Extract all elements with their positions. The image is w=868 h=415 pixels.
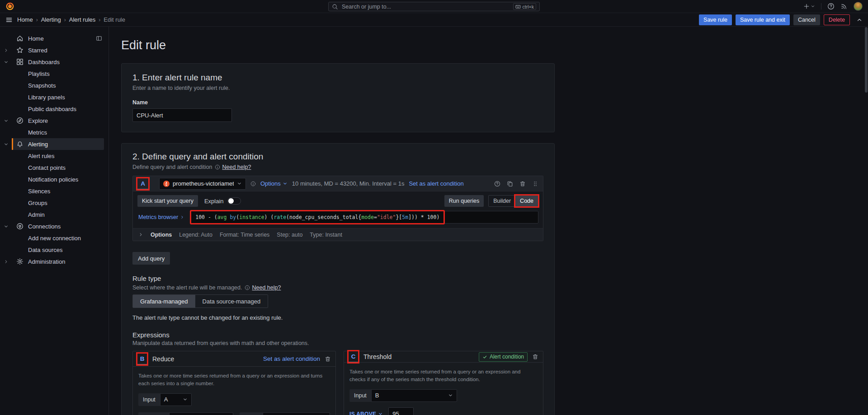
cancel-button[interactable]: Cancel: [793, 14, 820, 25]
grafana-managed-option[interactable]: Grafana-managed: [133, 295, 195, 308]
sidebar-item-label: Public dashboards: [28, 106, 76, 112]
delete-button[interactable]: Delete: [824, 14, 850, 25]
bell-icon: [16, 140, 24, 148]
need-help-link[interactable]: Need help?: [252, 284, 281, 291]
star-icon: [16, 47, 24, 54]
page-toolbar: Home›Alerting›Alert rules›Edit rule Save…: [0, 13, 868, 27]
scrollbar-thumb[interactable]: [865, 27, 868, 93]
sidebar-item-data-sources[interactable]: Data sources: [0, 244, 108, 256]
sidebar-item-starred[interactable]: Starred: [0, 44, 108, 56]
prometheus-icon: [163, 181, 170, 187]
home-icon: [16, 35, 24, 42]
sidebar-item-label: Explore: [28, 117, 48, 124]
sidebar-item-label: Contact points: [28, 164, 66, 171]
run-queries-button[interactable]: Run queries: [444, 195, 484, 207]
query-expression-input[interactable]: 100 - (avg by(instance) (rate(node_cpu_s…: [190, 211, 538, 224]
builder-mode-button[interactable]: Builder: [489, 196, 515, 206]
sidebar-item-label: Library panels: [28, 94, 65, 101]
chevron-down-icon[interactable]: [0, 118, 12, 123]
delete-expression-icon[interactable]: [532, 354, 538, 360]
search-box[interactable]: ctrl+k: [328, 2, 540, 11]
sidebar-item-metrics[interactable]: Metrics: [0, 126, 108, 138]
sidebar-item-dashboards[interactable]: Dashboards: [0, 56, 108, 68]
reduce-ref-badge[interactable]: B: [137, 354, 147, 364]
options-row-label: Options: [151, 232, 172, 238]
breadcrumb-item: Edit rule: [104, 16, 125, 23]
save-rule-button[interactable]: Save rule: [699, 14, 732, 25]
drag-handle-icon[interactable]: [532, 181, 538, 187]
section1-description: Enter a name to identify your alert rule…: [132, 85, 543, 91]
query-expression: 100 - (avg by(instance) (rate(node_cpu_s…: [195, 214, 439, 220]
check-icon: [482, 354, 487, 359]
sidebar-item-public-dashboards[interactable]: Public dashboards: [0, 103, 108, 115]
sidebar-item-admin[interactable]: Admin: [0, 209, 108, 220]
sidebar-item-explore[interactable]: Explore: [0, 115, 108, 126]
metrics-browser-toggle[interactable]: Metrics browser: [137, 214, 184, 220]
rule-type-note: The alert rule type cannot be changed fo…: [132, 314, 543, 321]
save-rule-and-exit-button[interactable]: Save rule and exit: [736, 14, 790, 25]
user-avatar[interactable]: [854, 2, 863, 11]
query-help-icon[interactable]: [494, 181, 500, 187]
breadcrumb-item[interactable]: Home: [17, 16, 33, 23]
kick-start-query-button[interactable]: Kick start your query: [137, 195, 198, 207]
sidebar-item-administration[interactable]: Administration: [0, 256, 108, 267]
query-header: A prometheus-victoriametrics: [133, 176, 543, 191]
threshold-ref-badge[interactable]: C: [349, 351, 358, 362]
plug-icon: [16, 223, 24, 230]
scrollbar: [864, 27, 868, 415]
delete-expression-icon[interactable]: [325, 356, 331, 362]
function-select[interactable]: Mean: [169, 412, 233, 415]
sidebar-item-alert-rules[interactable]: Alert rules: [0, 150, 108, 162]
reduce-input-select[interactable]: A: [160, 393, 192, 406]
add-query-button[interactable]: Add query: [132, 252, 170, 265]
dock-menu-icon[interactable]: [96, 35, 102, 42]
help-button[interactable]: [827, 3, 835, 10]
sidebar-item-snapshots[interactable]: Snapshots: [0, 79, 108, 91]
chevron-down-icon[interactable]: [0, 224, 12, 229]
sidebar-item-home[interactable]: Home: [0, 33, 108, 44]
sidebar-item-playlists[interactable]: Playlists: [0, 68, 108, 79]
set-alert-condition-link[interactable]: Set as alert condition: [409, 180, 463, 187]
chevron-down-icon[interactable]: [0, 60, 12, 65]
query-ref-badge[interactable]: A: [137, 178, 148, 189]
sidebar-item-contact-points[interactable]: Contact points: [0, 162, 108, 173]
explain-toggle[interactable]: [227, 197, 241, 205]
sidebar-item-library-panels[interactable]: Library panels: [0, 91, 108, 103]
menu-toggle-icon[interactable]: [5, 16, 13, 23]
delete-query-icon[interactable]: [519, 181, 526, 187]
sidebar-item-connections[interactable]: Connections: [0, 220, 108, 232]
query-options-row[interactable]: Options Legend: Auto Format: Time series…: [133, 228, 543, 241]
set-alert-condition-link[interactable]: Set as alert condition: [263, 355, 320, 362]
query-meta: 10 minutes, MD = 43200, Min. Interval = …: [292, 180, 405, 187]
data-source-managed-option[interactable]: Data source-managed: [195, 295, 268, 308]
code-mode-button[interactable]: Code: [515, 196, 538, 206]
chevron-right-icon[interactable]: [0, 259, 12, 264]
sidebar-item-label: Administration: [28, 258, 65, 265]
chevron-down-icon[interactable]: [0, 142, 12, 147]
legend-option: Legend: Auto: [179, 232, 212, 238]
mode-select[interactable]: Strict: [263, 412, 330, 415]
rule-name-input[interactable]: [132, 108, 232, 122]
chevron-right-icon[interactable]: [0, 48, 12, 53]
sidebar-item-groups[interactable]: Groups: [0, 197, 108, 209]
sidebar: HomeStarredDashboardsPlaylistsSnapshotsL…: [0, 27, 109, 415]
threshold-value-input[interactable]: [388, 407, 414, 415]
sidebar-item-add-new-connection[interactable]: Add new connection: [0, 232, 108, 244]
sidebar-item-alerting[interactable]: Alerting: [0, 138, 108, 150]
need-help-link[interactable]: Need help?: [222, 164, 251, 170]
breadcrumb-item[interactable]: Alert rules: [69, 16, 96, 23]
sidebar-item-silences[interactable]: Silences: [0, 185, 108, 197]
breadcrumb-item[interactable]: Alerting: [41, 16, 61, 23]
search-input[interactable]: [341, 3, 510, 10]
condition-select[interactable]: IS ABOVE: [349, 411, 383, 415]
datasource-picker[interactable]: prometheus-victoriametrics: [159, 178, 246, 190]
input-label: Input: [349, 389, 371, 402]
duplicate-query-icon[interactable]: [507, 181, 513, 187]
threshold-input-select[interactable]: B: [371, 389, 457, 402]
sidebar-item-notification-policies[interactable]: Notification policies: [0, 173, 108, 185]
new-menu-button[interactable]: [803, 3, 815, 9]
news-icon[interactable]: [840, 3, 848, 10]
grafana-logo-icon[interactable]: [5, 2, 14, 11]
query-options-toggle[interactable]: Options: [260, 180, 288, 187]
collapse-toolbar-icon[interactable]: [856, 17, 863, 23]
